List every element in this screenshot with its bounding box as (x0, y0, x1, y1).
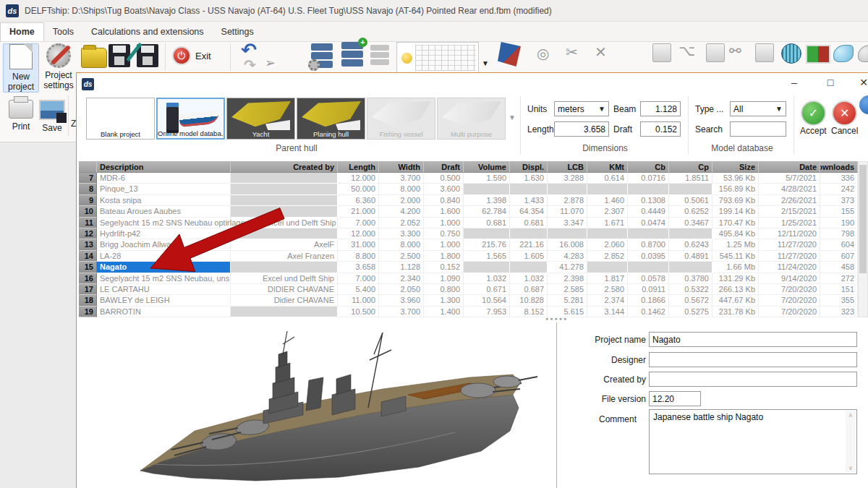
column-header[interactable]: Date (759, 161, 820, 173)
select-cursor-icon[interactable]: ➢ (265, 55, 276, 71)
exit-button[interactable]: ⏻ Exit (172, 46, 211, 65)
save-as-button[interactable] (137, 44, 158, 67)
table-cell: 1.400 (424, 307, 464, 317)
table-cell[interactable]: BAWLEY de LEIGH (97, 295, 231, 306)
table-cell[interactable]: MDR-6 (97, 173, 231, 184)
comment-scrollbar[interactable]: ∧∨ (846, 411, 856, 473)
parent-hull-strip: Blank projectOnline model databa...Yacht… (86, 98, 506, 140)
table-row[interactable]: 8Pinque_1350.0008.0003.600156.89 Kb4/28/… (79, 184, 858, 194)
table-scrollbar-thumb[interactable] (859, 165, 867, 273)
table-row[interactable]: 7MDR-612.0003.7000.5001.5901.6303.2880.6… (79, 173, 858, 184)
dialog-minimize-button[interactable]: – (783, 74, 805, 90)
table-row[interactable]: 19BARROTIN10.5003.7001.4007.9538.1525.61… (79, 307, 858, 317)
column-header[interactable]: Description (97, 161, 231, 173)
tab-tools[interactable]: Tools (44, 23, 82, 41)
table-cell (669, 184, 712, 194)
length-label: Length (527, 124, 554, 134)
visibility-preview[interactable] (396, 42, 479, 74)
project-settings-button[interactable]: Project settings (41, 43, 77, 91)
table-cell (587, 262, 628, 273)
column-header[interactable]: Displ. (510, 161, 548, 173)
column-header[interactable]: Volume (464, 161, 510, 173)
new-project-button[interactable]: New project (3, 43, 39, 93)
table-cell: 0.5672 (669, 295, 712, 306)
save-file-button[interactable] (109, 44, 130, 67)
shell-tool-icon[interactable] (833, 45, 854, 62)
table-cell: 2.585 (548, 284, 587, 295)
check-model-icon[interactable] (806, 45, 830, 64)
project-name-input[interactable]: Nagato (649, 332, 857, 347)
mesh-tool-icon[interactable] (781, 43, 801, 64)
deselect-icon[interactable]: ◎ (537, 45, 549, 62)
table-row[interactable]: 9Kosta snipa6.3602.0000.8401.3981.4332.8… (79, 195, 858, 206)
draft-input[interactable]: 0.152 (640, 121, 681, 137)
add-layer-button[interactable]: + (341, 42, 363, 49)
save-image-button[interactable]: Save (38, 95, 67, 139)
column-header[interactable]: KMt (587, 161, 628, 173)
column-header[interactable]: Width (379, 161, 424, 173)
file-version-input[interactable]: 12.20 (649, 391, 701, 406)
column-header[interactable]: Cp (669, 161, 712, 173)
table-cell[interactable]: Pinque_13 (97, 184, 231, 194)
units-dropdown[interactable]: meters▼ (554, 101, 609, 116)
dialog-maximize-button[interactable]: □ (820, 74, 841, 90)
table-cell: 21.000 (338, 206, 379, 217)
column-header[interactable]: Cb (628, 161, 669, 173)
collapse-icon[interactable]: ✕ (595, 43, 607, 61)
table-cell: 1/25/2021 (759, 218, 820, 228)
hierarchy-icon[interactable]: ⌥ (678, 42, 695, 59)
comment-textarea[interactable]: Japanese battle ship Nagato ∧∨ (649, 409, 857, 474)
scroll-down-icon[interactable]: ∨ (848, 465, 853, 471)
splitter-handle[interactable]: ●●●●● (545, 316, 574, 321)
undo-icon[interactable]: ↶ (241, 42, 257, 58)
open-button[interactable] (81, 43, 107, 64)
dialog-close-button[interactable]: ✕ (853, 74, 868, 90)
column-header[interactable]: Draft (424, 161, 464, 173)
table-cell: 64.354 (510, 206, 548, 217)
thumbnail-online-model-databa-[interactable]: Online model databa... (156, 98, 225, 140)
accept-button[interactable]: ✓ Accept (800, 100, 827, 136)
layers-button[interactable] (311, 43, 333, 51)
table-scrollbar[interactable] (858, 161, 868, 317)
thumbnail-planing-hull[interactable]: Planing hull (297, 98, 365, 140)
redo-icon[interactable]: ↷ (244, 59, 256, 71)
column-header[interactable]: Length (338, 161, 379, 173)
preview-dropdown-icon[interactable]: ▼ (482, 59, 489, 67)
thumbnail-yacht[interactable]: Yacht (226, 98, 295, 140)
scroll-up-icon[interactable]: ∧ (848, 412, 853, 419)
designer-input[interactable] (649, 352, 857, 367)
table-row[interactable]: 18BAWLEY de LEIGHDidier CHAVANE11.0003.9… (79, 295, 858, 306)
table-cell[interactable]: Kosta snipa (97, 195, 231, 206)
extrude-tool-icon[interactable] (755, 43, 774, 62)
solid-tool-icon[interactable] (652, 43, 671, 62)
cancel-button[interactable]: ✕ Cancel (831, 100, 858, 136)
tab-calculations[interactable]: Calculations and extensions (82, 23, 213, 41)
model-3d-view[interactable] (79, 322, 557, 488)
thumbnail-fishing-vessel[interactable]: Fishing vessel (367, 98, 435, 140)
column-header[interactable]: Downloads (820, 161, 858, 173)
column-header[interactable]: Size (712, 161, 759, 173)
split-edge-icon[interactable]: ✂ (566, 43, 578, 61)
column-header[interactable]: LCB (548, 161, 587, 173)
exit-label: Exit (195, 51, 211, 61)
length-input[interactable]: 3.658 (554, 121, 609, 137)
table-row[interactable]: 17LE CARTAHUDIDIER CHAVANE5.4002.0500.80… (79, 284, 858, 295)
type-dropdown[interactable]: All▼ (730, 101, 786, 116)
column-header[interactable]: Created by (231, 161, 338, 173)
beam-input[interactable]: 1.128 (640, 101, 681, 116)
print-button[interactable]: Print (4, 95, 38, 139)
table-cell: 10.828 (510, 295, 548, 306)
tab-home[interactable]: Home (0, 22, 44, 41)
box-tool-icon[interactable] (706, 43, 725, 62)
curve-tool-icon[interactable]: ⚯ (729, 42, 741, 59)
created-by-input[interactable] (649, 372, 857, 387)
table-cell: 242 (820, 184, 858, 194)
table-cell[interactable]: LE CARTAHU (97, 284, 231, 295)
table-cell[interactable]: BARROTIN (97, 307, 231, 317)
search-input[interactable] (730, 121, 786, 137)
column-header[interactable] (79, 161, 97, 173)
thumbnail-blank-project[interactable]: Blank project (86, 98, 155, 140)
strip-dropdown-icon[interactable]: ▼ (509, 114, 516, 121)
table-cell: 2.307 (587, 206, 628, 217)
thumbnail-multi-purpose[interactable]: Multi purpose (437, 98, 506, 140)
